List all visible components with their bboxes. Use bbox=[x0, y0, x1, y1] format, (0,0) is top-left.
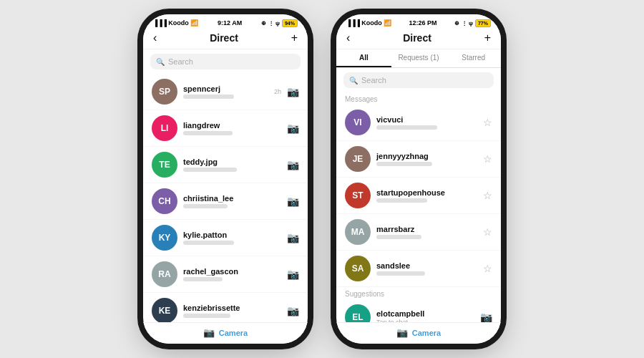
carrier-name-2: Koodo bbox=[361, 19, 382, 26]
list-item[interactable]: TE teddy.jpg 📷 bbox=[143, 147, 308, 183]
suggestion-item[interactable]: EL elotcampbell Tap to chat 📷 bbox=[336, 299, 501, 322]
avatar: ST bbox=[345, 183, 371, 208]
wifi-icon: 📶 bbox=[190, 19, 198, 26]
list-item[interactable]: KE kenziebrissette 📷 bbox=[143, 293, 308, 322]
phones-container: ▐▐▐ Koodo 📶 9:12 AM ⊕ ⋮ ψ 94% ‹ Direct +… bbox=[143, 14, 501, 344]
camera-icon[interactable]: 📷 bbox=[287, 305, 299, 316]
bottom-bar-2: 📷 Camera bbox=[336, 322, 501, 344]
suggestion-username: elotcampbell bbox=[376, 309, 474, 318]
battery-1: 94% bbox=[282, 19, 298, 27]
message-username: kylie.patton bbox=[183, 231, 281, 239]
camera-icon[interactable]: 📷 bbox=[287, 122, 299, 134]
message-preview bbox=[376, 162, 432, 166]
nav-title-1: Direct bbox=[210, 32, 238, 44]
message-preview bbox=[183, 204, 228, 208]
message-content: marrsbarz bbox=[376, 225, 477, 239]
message-preview bbox=[183, 131, 233, 135]
message-time: 2h bbox=[274, 88, 281, 95]
message-username: kenziebrissette bbox=[183, 304, 281, 312]
list-item[interactable]: RA rachel_gascon 📷 bbox=[143, 256, 308, 293]
messages-label: Messages bbox=[336, 92, 501, 105]
star-icon[interactable]: ☆ bbox=[483, 226, 492, 238]
avatar: RA bbox=[152, 261, 177, 287]
message-content: kenziebrissette bbox=[183, 304, 281, 318]
message-username: marrsbarz bbox=[376, 225, 477, 233]
camera-icon[interactable]: 📷 bbox=[287, 232, 299, 243]
search-placeholder-2: Search bbox=[361, 76, 386, 84]
status-symbols-1: ⊕ ⋮ ψ bbox=[261, 20, 279, 26]
message-preview bbox=[183, 95, 234, 99]
message-username: vicvuci bbox=[376, 115, 477, 124]
compose-button-1[interactable]: + bbox=[291, 32, 298, 44]
message-username: liangdrew bbox=[183, 121, 281, 130]
message-content: chriistina_lee bbox=[183, 194, 281, 208]
tab-all[interactable]: All bbox=[336, 49, 391, 67]
tab-starred[interactable]: Starred bbox=[446, 49, 501, 67]
message-preview bbox=[376, 198, 427, 203]
camera-icon[interactable]: 📷 bbox=[287, 86, 299, 97]
avatar: CH bbox=[152, 188, 177, 214]
suggestions-label: Suggestions bbox=[336, 287, 501, 299]
time-1: 9:12 AM bbox=[218, 19, 242, 26]
message-content: teddy.jpg bbox=[183, 158, 281, 172]
list-item[interactable]: MA marrsbarz ☆ bbox=[336, 214, 501, 251]
avatar: SP bbox=[152, 79, 177, 105]
avatar: KY bbox=[152, 225, 177, 251]
tabs-bar-2: All Requests (1) Starred bbox=[336, 49, 501, 68]
list-item[interactable]: VI vicvuci ☆ bbox=[336, 105, 501, 141]
message-content: jennyyyzhnag bbox=[376, 152, 477, 166]
message-preview bbox=[376, 235, 421, 239]
compose-button-2[interactable]: + bbox=[484, 32, 491, 44]
suggestion-content: elotcampbell Tap to chat bbox=[376, 309, 474, 323]
message-content: vicvuci bbox=[376, 115, 477, 130]
carrier-name: Koodo bbox=[168, 19, 189, 26]
camera-label-1: Camera bbox=[219, 329, 248, 337]
camera-icon[interactable]: 📷 bbox=[287, 195, 299, 207]
camera-button-1[interactable]: 📷 bbox=[203, 327, 215, 338]
tab-requests[interactable]: Requests (1) bbox=[391, 49, 447, 67]
message-content: rachel_gascon bbox=[183, 267, 281, 281]
bottom-bar-1: 📷 Camera bbox=[143, 322, 308, 344]
search-bar-2[interactable]: 🔍 Search bbox=[343, 72, 494, 88]
list-item[interactable]: SP spenncerj 2h 📷 bbox=[143, 74, 308, 110]
camera-button-2[interactable]: 📷 bbox=[396, 327, 408, 338]
avatar: TE bbox=[152, 152, 177, 178]
star-icon[interactable]: ☆ bbox=[483, 153, 492, 165]
message-content: liangdrew bbox=[183, 121, 281, 135]
message-list-1: SP spenncerj 2h 📷 LI liangdrew 📷 TE bbox=[143, 74, 308, 322]
search-bar-1[interactable]: 🔍 Search bbox=[150, 54, 301, 69]
nav-title-2: Direct bbox=[403, 32, 431, 44]
message-username: jennyyyzhnag bbox=[376, 152, 477, 160]
message-preview bbox=[376, 125, 437, 130]
back-button-1[interactable]: ‹ bbox=[153, 32, 157, 44]
signal-icon: ▐▐▐ bbox=[153, 19, 167, 26]
message-username: sandslee bbox=[376, 261, 477, 270]
list-item[interactable]: SA sandslee ☆ bbox=[336, 251, 501, 287]
list-item[interactable]: LI liangdrew 📷 bbox=[143, 110, 308, 147]
back-button-2[interactable]: ‹ bbox=[346, 32, 350, 44]
list-item[interactable]: JE jennyyyzhnag ☆ bbox=[336, 141, 501, 178]
message-username: chriistina_lee bbox=[183, 194, 281, 203]
status-symbols-2: ⊕ ⋮ ψ bbox=[454, 20, 472, 26]
signal-icon-2: ▐▐▐ bbox=[346, 19, 360, 26]
message-username: startupopenhouse bbox=[376, 188, 477, 197]
star-icon[interactable]: ☆ bbox=[483, 117, 492, 128]
avatar: VI bbox=[345, 110, 371, 135]
camera-label-2: Camera bbox=[412, 329, 441, 337]
camera-icon[interactable]: 📷 bbox=[287, 268, 299, 280]
carrier-2: ▐▐▐ Koodo 📶 bbox=[346, 19, 391, 26]
list-item[interactable]: CH chriistina_lee 📷 bbox=[143, 183, 308, 220]
nav-bar-1: ‹ Direct + bbox=[143, 29, 308, 49]
star-icon[interactable]: ☆ bbox=[483, 190, 492, 201]
message-content: kylie.patton bbox=[183, 231, 281, 245]
message-preview bbox=[183, 314, 230, 318]
star-icon[interactable]: ☆ bbox=[483, 263, 492, 274]
status-icons-1: ⊕ ⋮ ψ 94% bbox=[261, 19, 298, 27]
camera-icon[interactable]: 📷 bbox=[287, 159, 299, 170]
message-preview bbox=[183, 241, 234, 245]
message-username: spenncerj bbox=[183, 84, 268, 93]
camera-icon-suggestion[interactable]: 📷 bbox=[480, 311, 492, 322]
list-item[interactable]: KY kylie.patton 📷 bbox=[143, 220, 308, 256]
list-item[interactable]: ST startupopenhouse ☆ bbox=[336, 178, 501, 214]
message-preview bbox=[183, 277, 223, 281]
